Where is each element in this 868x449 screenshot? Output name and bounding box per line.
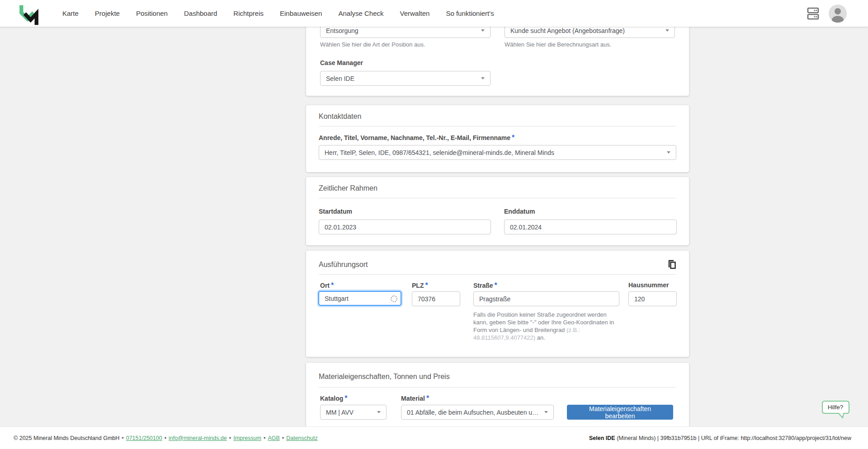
- header-icons: [807, 0, 847, 27]
- startdatum-input[interactable]: [319, 220, 491, 234]
- enddatum-input[interactable]: [504, 220, 677, 234]
- copy-icon[interactable]: [666, 259, 677, 270]
- caret-down-icon: [665, 29, 669, 32]
- startdatum-label: Startdatum: [319, 208, 352, 215]
- plz-label: PLZ: [412, 282, 424, 289]
- katalog-select[interactable]: MM | AVV: [320, 405, 387, 420]
- section-card-kontaktdaten: Kontaktdaten Anrede, Titel, Vorname, Nac…: [306, 105, 689, 172]
- plz-input[interactable]: [412, 291, 460, 306]
- hausnummer-input[interactable]: [628, 291, 677, 306]
- nav-verwalten[interactable]: Verwalten: [400, 9, 430, 17]
- impressum-link[interactable]: Impressum: [233, 435, 261, 441]
- footer-session-info: Selen IDE (Mineral Minds) | 39fb31b7951b…: [589, 435, 851, 441]
- section-card-ausfuehrungsort: Ausführungsort Ort* PLZ* Straße* Falls d…: [306, 251, 689, 357]
- zeitraum-title: Zeitlicher Rahmen: [319, 184, 377, 192]
- strasse-input[interactable]: [473, 291, 619, 306]
- loading-spinner-icon: [391, 295, 397, 302]
- required-mark: *: [512, 134, 514, 141]
- person-icon: [829, 5, 847, 23]
- berechnungsart-helper: Wählen Sie hier die Berechnungsart aus.: [505, 41, 611, 48]
- kontakt-select[interactable]: Herr, TitelP, Selen, IDE, 0987/654321, s…: [319, 145, 676, 160]
- nav-karte[interactable]: Karte: [62, 9, 79, 17]
- strasse-label: Straße: [473, 282, 493, 289]
- kontaktdaten-title: Kontaktdaten: [319, 112, 361, 121]
- required-mark: *: [425, 281, 428, 289]
- mineral-minds-logo[interactable]: [17, 2, 41, 26]
- ort-label: Ort: [320, 282, 330, 289]
- material-label: Material: [401, 395, 425, 402]
- nav-projekte[interactable]: Projekte: [95, 9, 120, 17]
- app-header: Karte Projekte Positionen Dashboard Rich…: [0, 0, 868, 27]
- footer-left: © 2025 Mineral Minds Deutschland GmbH•07…: [14, 435, 318, 441]
- caret-down-icon: [667, 151, 670, 154]
- kontakt-value: Herr, TitelP, Selen, IDE, 0987/654321, s…: [325, 149, 554, 156]
- nav-so-funktionierts[interactable]: So funktioniert's: [446, 9, 494, 17]
- nav-dashboard[interactable]: Dashboard: [184, 9, 217, 17]
- ort-input[interactable]: [318, 291, 401, 306]
- section-card-zeitlicher-rahmen: Zeitlicher Rahmen Startdatum Enddatum: [306, 177, 689, 245]
- agb-link[interactable]: AGB: [268, 435, 279, 441]
- material-value: 01 Abfälle, die beim Aufsuchen, Ausbeute…: [407, 409, 541, 416]
- katalog-value: MM | AVV: [326, 409, 354, 416]
- case-manager-label: Case Manager: [320, 59, 363, 66]
- nav-einbauweisen[interactable]: Einbauweisen: [280, 9, 322, 17]
- nav-positionen[interactable]: Positionen: [136, 9, 168, 17]
- user-avatar[interactable]: [829, 5, 847, 23]
- phone-link[interactable]: 07151/250100: [126, 435, 162, 441]
- position-art-helper: Wählen Sie hier die Art der Position aus…: [320, 41, 425, 48]
- material-title: Materialeigenschaften, Tonnen und Preis: [319, 373, 450, 381]
- case-manager-select[interactable]: Selen IDE: [320, 71, 491, 86]
- enddatum-label: Enddatum: [504, 208, 535, 215]
- caret-down-icon: [377, 411, 381, 413]
- footer-copyright: © 2025 Mineral Minds Deutschland GmbH: [14, 435, 119, 441]
- strasse-helper: Falls die Position keiner Straße zugeord…: [473, 311, 623, 341]
- required-mark: *: [495, 281, 497, 289]
- case-manager-value: Selen IDE: [326, 75, 354, 82]
- datenschutz-link[interactable]: Datenschutz: [286, 435, 317, 441]
- position-art-value: Entsorgung: [326, 27, 359, 34]
- caret-down-icon: [481, 77, 485, 80]
- kontakt-label: Anrede, Titel, Vorname, Nachname, Tel.-N…: [319, 134, 510, 141]
- material-select[interactable]: 01 Abfälle, die beim Aufsuchen, Ausbeute…: [401, 405, 554, 420]
- required-mark: *: [344, 394, 347, 402]
- required-mark: *: [331, 281, 334, 289]
- server-icon[interactable]: [807, 7, 820, 20]
- divider: [319, 387, 676, 388]
- hausnummer-label: Hausnummer: [628, 281, 669, 289]
- required-mark: *: [426, 394, 429, 402]
- nav-analyse-check[interactable]: Analyse Check: [338, 9, 383, 17]
- nav-richtpreis[interactable]: Richtpreis: [233, 9, 264, 17]
- footer: © 2025 Mineral Minds Deutschland GmbH•07…: [0, 426, 868, 449]
- divider: [319, 198, 676, 198]
- ausfuehrungsort-title: Ausführungsort: [319, 261, 368, 269]
- caret-down-icon: [481, 29, 485, 32]
- divider: [319, 274, 676, 275]
- katalog-label: Katalog: [320, 395, 343, 402]
- caret-down-icon: [544, 411, 548, 413]
- divider: [319, 126, 676, 126]
- help-bubble[interactable]: Hilfe?: [822, 401, 850, 421]
- materialeigenschaften-bearbeiten-button[interactable]: Materialeigenschaften bearbeiten: [567, 405, 673, 420]
- help-label: Hilfe?: [822, 401, 849, 413]
- berechnungsart-value: Kunde sucht Angebot (Angebotsanfrage): [510, 27, 625, 34]
- main-nav: Karte Projekte Positionen Dashboard Rich…: [62, 0, 494, 27]
- email-link[interactable]: info@mineral-minds.de: [169, 435, 227, 441]
